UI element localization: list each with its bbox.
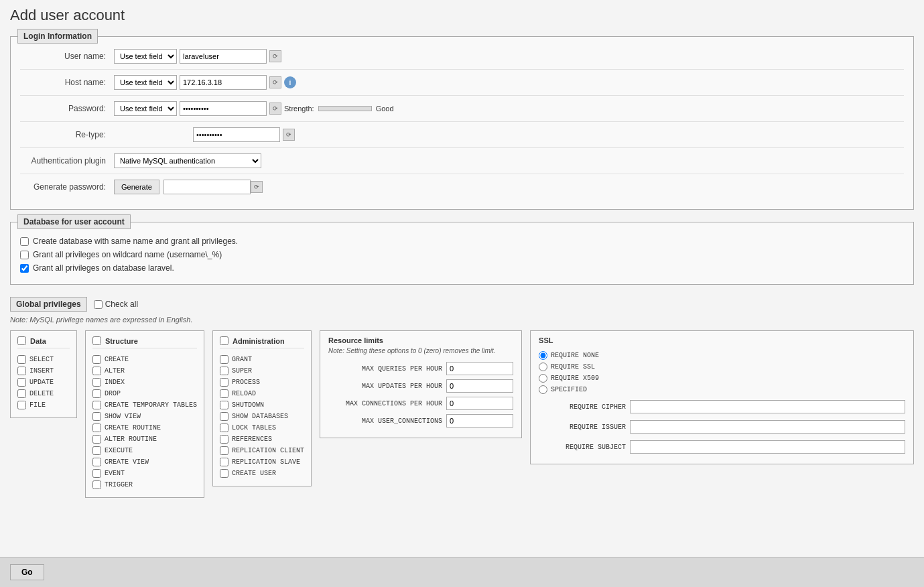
ssl-issuer-input[interactable] [630,420,905,434]
db-checkbox-row-1: Create database with same name and grant… [20,235,904,248]
hostname-info-icon[interactable]: i [284,76,296,88]
ssl-cipher-input[interactable] [630,400,905,413]
password-clear-icon[interactable]: ⟳ [269,103,281,115]
db-checkbox-2[interactable] [20,251,29,259]
db-checkbox-1[interactable] [20,237,29,246]
username-type-dropdown[interactable]: Use text field [114,49,177,64]
data-privileges-box: Data SELECT INSERT UPDATE DELETE FILE [10,330,77,418]
resource-row-3: MAX CONNECTIONS PER HOUR [328,395,513,412]
priv-item: REPLICATION CLIENT [220,445,304,456]
hostname-type-dropdown[interactable]: Use text field [114,75,177,90]
priv-item: INSERT [17,365,70,377]
max-queries-input[interactable] [446,362,513,375]
ssl-specified-row: SPECIFIED [539,384,905,395]
ssl-require-ssl-label: REQUIRE SSL [551,363,595,371]
ssl-require-none-label: REQUIRE NONE [551,352,599,359]
ssl-require-none-radio[interactable] [539,351,547,360]
priv-item: SHOW DATABASES [220,411,304,422]
password-type-dropdown[interactable]: Use text field [114,101,177,116]
priv-item: UPDATE [17,377,70,388]
retype-row: Re-type: ⟳ [20,122,904,148]
structure-box-header: Structure [92,336,197,348]
ssl-box: SSL REQUIRE NONE REQUIRE SSL REQUIRE X50… [530,330,914,464]
go-button[interactable]: Go [10,564,44,580]
priv-item: ALTER ROUTINE [92,434,197,445]
resource-row-1: MAX QUERIES PER HOUR [328,360,513,377]
priv-item: INDEX [92,377,197,388]
generated-password-input[interactable] [163,180,251,194]
priv-item: CREATE USER [220,468,304,479]
priv-item: EVENT [92,468,197,479]
structure-items-list: CREATE ALTER INDEX DROP CREATE TEMPORARY… [92,354,197,491]
data-box-title: Data [30,337,46,345]
ssl-require-none-row: REQUIRE NONE [539,350,905,361]
generate-button[interactable]: Generate [114,180,159,194]
global-privileges-section: Global privileges Check all Note: MySQL … [10,297,914,498]
resource-limits-note: Note: Setting these options to 0 (zero) … [328,347,513,354]
administration-box-checkbox[interactable] [220,336,228,345]
priv-insert-checkbox[interactable] [17,367,26,375]
structure-box-checkbox[interactable] [92,336,101,345]
privileges-columns: Data SELECT INSERT UPDATE DELETE FILE St… [10,330,914,498]
generate-password-label: Generate password: [20,182,114,192]
ssl-specified-label: SPECIFIED [551,386,587,393]
username-controls: Use text field ⟳ [114,49,281,64]
db-checkbox-3[interactable] [20,264,29,273]
auth-plugin-dropdown[interactable]: Native MySQL authentication [114,153,261,168]
check-all-checkbox[interactable] [94,300,103,309]
retype-input[interactable] [193,127,280,142]
auth-plugin-row: Authentication plugin Native MySQL authe… [20,148,904,174]
username-clear-icon[interactable]: ⟳ [269,50,281,62]
generate-password-row: Generate password: Generate ⟳ [20,174,904,200]
priv-delete-checkbox[interactable] [17,389,26,398]
priv-item: DROP [92,388,197,399]
max-user-connections-input[interactable] [446,414,513,428]
global-privileges-header: Global privileges Check all [10,297,914,312]
check-all-label[interactable]: Check all [94,300,138,309]
priv-item: PROCESS [220,377,304,388]
priv-file-checkbox[interactable] [17,401,26,409]
ssl-specified-radio[interactable] [539,385,547,394]
login-information-section: Login Information User name: Use text fi… [10,36,914,210]
priv-item: CREATE TEMPORARY TABLES [92,399,197,411]
retype-clear-icon[interactable]: ⟳ [283,129,295,141]
hostname-clear-icon[interactable]: ⟳ [269,76,281,88]
priv-item: CREATE [92,354,197,365]
ssl-subject-label: REQUIRE SUBJECT [539,444,626,451]
global-privileges-title: Global privileges [10,297,87,312]
ssl-issuer-label: REQUIRE ISSUER [539,423,626,431]
priv-item: REPLICATION SLAVE [220,456,304,468]
data-box-checkbox[interactable] [17,336,26,345]
generated-password-clear-icon[interactable]: ⟳ [251,181,263,193]
password-input[interactable] [180,101,267,116]
ssl-cipher-row: REQUIRE CIPHER [539,398,905,415]
ssl-require-ssl-radio[interactable] [539,363,547,371]
retype-controls: ⟳ [114,127,295,142]
priv-item: EXECUTE [92,445,197,456]
resource-limits-title: Resource limits [328,336,513,344]
hostname-controls: Use text field ⟳ i [114,75,296,90]
structure-privileges-box: Structure CREATE ALTER INDEX DROP CREATE… [85,330,204,498]
username-row: User name: Use text field ⟳ [20,44,904,70]
ssl-cipher-label: REQUIRE CIPHER [539,403,626,411]
ssl-issuer-row: REQUIRE ISSUER [539,418,905,436]
resource-limits-box: Resource limits Note: Setting these opti… [320,330,522,438]
priv-select-checkbox[interactable] [17,355,26,364]
strength-label: Strength: [284,105,314,113]
resource-row-4: MAX USER_CONNECTIONS [328,412,513,430]
administration-box-title: Administration [233,337,285,345]
priv-update-checkbox[interactable] [17,378,26,387]
administration-box-header: Administration [220,336,304,348]
ssl-subject-input[interactable] [630,440,905,454]
hostname-input[interactable] [180,75,267,90]
strength-text: Good [376,105,394,113]
username-input[interactable] [180,49,267,64]
max-connections-input[interactable] [446,397,513,410]
db-checkbox-2-label: Grant all privileges on wildcard name (u… [33,250,222,259]
priv-item: FILE [17,399,70,411]
footer-bar: Go [0,557,924,587]
max-updates-input[interactable] [446,379,513,393]
data-box-header: Data [17,336,70,348]
ssl-require-x509-radio[interactable] [539,374,547,383]
ssl-require-x509-label: REQUIRE X509 [551,375,599,382]
